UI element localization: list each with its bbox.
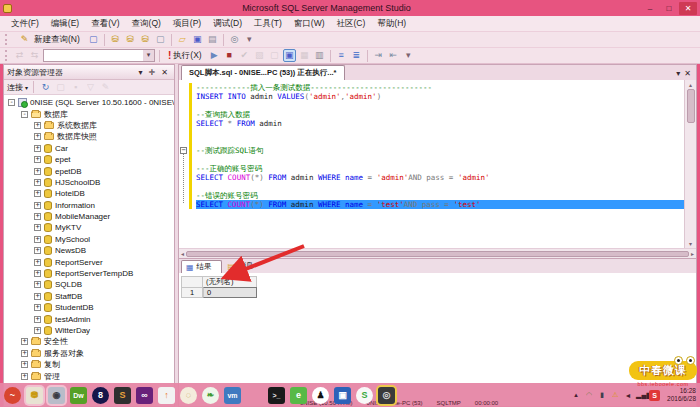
expand-icon[interactable]: +: [34, 168, 41, 175]
code-line[interactable]: ---正确的账号密码: [196, 164, 684, 173]
combo-dropdown-icon[interactable]: ▾: [143, 50, 154, 61]
expand-icon[interactable]: +: [34, 327, 41, 334]
editor-vertical-scrollbar[interactable]: ▴ ▾: [684, 80, 696, 248]
code-line[interactable]: SELECT COUNT(*) FROM admin WHERE name = …: [196, 200, 684, 209]
menu-item[interactable]: 查看(V): [85, 16, 125, 32]
expand-icon[interactable]: +: [34, 202, 41, 209]
code-line[interactable]: [196, 137, 684, 146]
visual-studio-icon[interactable]: ∞: [136, 387, 153, 404]
code-line[interactable]: --错误的账号密码: [196, 191, 684, 200]
dreamweaver-icon[interactable]: Dw: [70, 387, 87, 404]
recorder-active-icon[interactable]: ◎: [378, 387, 395, 404]
gold-ring-icon[interactable]: ◌: [180, 387, 197, 404]
results-to-text-icon[interactable]: ▣: [283, 49, 296, 62]
menu-item[interactable]: 文件(F): [5, 16, 45, 32]
tree-item[interactable]: +Information: [4, 200, 174, 211]
menu-item[interactable]: 窗口(W): [288, 16, 331, 32]
expand-icon[interactable]: +: [34, 293, 41, 300]
new-query-button[interactable]: ✎ 新建查询(N): [13, 31, 85, 48]
code-line[interactable]: [196, 182, 684, 191]
code-line[interactable]: [196, 155, 684, 164]
expand-icon[interactable]: +: [21, 350, 28, 357]
hidden-icons-caret[interactable]: ▴: [571, 391, 581, 399]
code-line[interactable]: INSERT INTO admin VALUES('admin','admin'…: [196, 92, 684, 101]
menu-item[interactable]: 社区(C): [331, 16, 372, 32]
indent-icon[interactable]: ⇥: [372, 49, 385, 62]
sogou-input-icon[interactable]: S: [649, 390, 660, 401]
editor-horizontal-scrollbar[interactable]: ◂ ▸: [179, 248, 696, 258]
scroll-left-icon[interactable]: ◂: [181, 250, 184, 257]
code-line[interactable]: −--测试跟踪SQL语句: [196, 146, 684, 155]
green-s-app-icon[interactable]: S: [356, 387, 373, 404]
tree-item[interactable]: +HotelDB: [4, 188, 174, 199]
tree-item[interactable]: +SQLDB: [4, 279, 174, 290]
stop-icon[interactable]: ■: [223, 49, 236, 62]
code-line[interactable]: SELECT * FROM admin: [196, 119, 684, 128]
tree-item[interactable]: +StaffDB: [4, 291, 174, 302]
scroll-up-icon[interactable]: ▴: [689, 81, 692, 88]
expand-icon[interactable]: +: [34, 145, 41, 152]
auto-hide-pin-icon[interactable]: ✛: [146, 68, 159, 77]
expand-icon[interactable]: +: [34, 236, 41, 243]
grid-value-cell[interactable]: 0: [203, 287, 257, 298]
execute-button[interactable]: ! 执行(X): [164, 49, 206, 63]
expand-icon[interactable]: +: [34, 247, 41, 254]
uncomment-selection-icon[interactable]: ≣: [350, 49, 363, 62]
tree-item[interactable]: +StudentDB: [4, 302, 174, 313]
scroll-down-icon[interactable]: ▾: [689, 240, 692, 247]
expand-icon[interactable]: +: [34, 213, 41, 220]
thunderbird-icon[interactable]: ~: [4, 387, 21, 404]
tree-item[interactable]: +MobileManager: [4, 211, 174, 222]
scrollbar-thumb[interactable]: [687, 89, 695, 123]
sql-server-config-icon[interactable]: ⛃: [26, 387, 43, 404]
tree-item[interactable]: +WitterDay: [4, 325, 174, 336]
code-line[interactable]: SELECT COUNT(*) FROM admin WHERE name = …: [196, 173, 684, 182]
tree-item[interactable]: +testAdmin: [4, 313, 174, 324]
taskbar-clock[interactable]: 16:28 2016/6/28: [667, 387, 696, 403]
expand-icon[interactable]: +: [34, 179, 41, 186]
media-player-icon[interactable]: ▣: [334, 387, 351, 404]
qq-penguin-icon[interactable]: ♟: [312, 387, 329, 404]
menu-item[interactable]: 编辑(E): [45, 16, 85, 32]
results-tab-结果[interactable]: ▦结果: [181, 260, 222, 273]
menu-item[interactable]: 查询(Q): [126, 16, 167, 32]
expand-icon[interactable]: +: [21, 361, 28, 368]
menu-item[interactable]: 工具(T): [248, 16, 288, 32]
wifi-icon[interactable]: ◠: [584, 391, 594, 399]
document-copy-icon[interactable]: ▢: [154, 33, 167, 46]
expand-icon[interactable]: +: [21, 338, 28, 345]
scroll-right-icon[interactable]: ▸: [691, 250, 694, 257]
tree-item[interactable]: +epet: [4, 154, 174, 165]
maximize-button[interactable]: □: [660, 2, 678, 15]
new-document-icon[interactable]: ▢: [87, 33, 100, 46]
menu-item[interactable]: 调试(D): [207, 16, 248, 32]
tab-close-icon[interactable]: ✕: [684, 69, 691, 78]
eight-app-icon[interactable]: 8: [92, 387, 109, 404]
expand-icon[interactable]: +: [34, 122, 41, 129]
expand-icon[interactable]: +: [34, 190, 41, 197]
tree-item[interactable]: +epetDB: [4, 165, 174, 176]
tree-item[interactable]: +管理: [4, 370, 174, 381]
collapse-icon[interactable]: -: [21, 111, 28, 118]
open-query-database-icon[interactable]: ⛁: [109, 33, 122, 46]
upload-arrow-icon[interactable]: ↑: [158, 387, 175, 404]
battery-icon[interactable]: ▮: [597, 391, 607, 399]
expand-icon[interactable]: +: [34, 281, 41, 288]
tree-item[interactable]: +复制: [4, 359, 174, 370]
tree-item[interactable]: +服务器对象: [4, 348, 174, 359]
evernote-icon[interactable]: e: [290, 387, 307, 404]
outdent-icon[interactable]: ⇤: [387, 49, 400, 62]
sublime-text-icon[interactable]: S: [114, 387, 131, 404]
sql-document-tab[interactable]: SQL脚本.sql - 0NISE...PC (53)) 正在执行...*: [181, 65, 345, 80]
available-databases-combo[interactable]: ▾: [43, 49, 155, 62]
tree-item[interactable]: +HJSchoolDB: [4, 177, 174, 188]
grid-corner-cell[interactable]: [181, 276, 203, 287]
green-leaf-icon[interactable]: ❧: [202, 387, 219, 404]
minimize-button[interactable]: –: [641, 2, 659, 15]
close-button[interactable]: ✕: [679, 2, 697, 15]
save-icon[interactable]: ▣: [191, 33, 204, 46]
toolbar2-overflow-icon[interactable]: ▾: [402, 49, 415, 62]
warning-icon[interactable]: ⚠: [610, 391, 620, 399]
tree-item[interactable]: +ReportServerTempDB: [4, 268, 174, 279]
tab-list-dropdown-icon[interactable]: ▾: [676, 69, 680, 78]
